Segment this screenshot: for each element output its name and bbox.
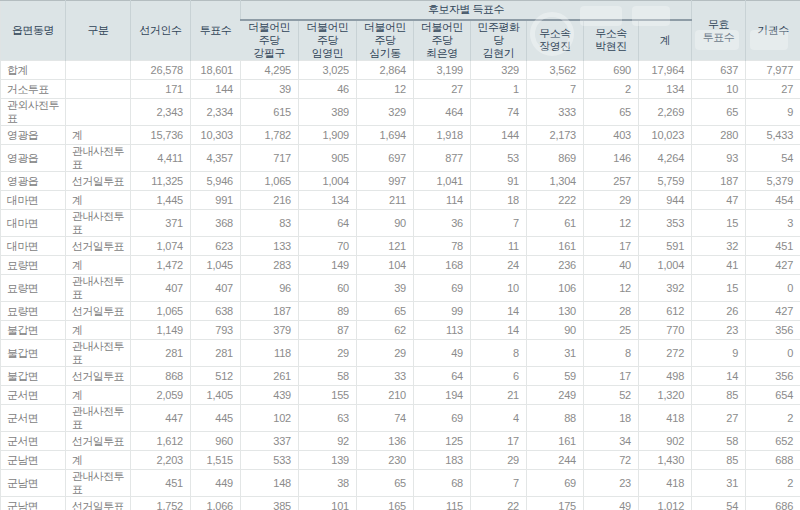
value-cell: 18,601 <box>191 61 241 80</box>
district-cell: 합계 <box>1 61 66 80</box>
category-cell: 관내사전투표 <box>66 470 131 497</box>
value-cell: 61 <box>527 210 584 237</box>
value-cell: 637 <box>692 61 746 80</box>
value-cell: 2 <box>584 80 639 99</box>
value-cell: 1,066 <box>191 497 241 510</box>
value-cell: 418 <box>639 405 692 432</box>
district-cell: 군남면 <box>1 497 66 510</box>
value-cell: 688 <box>746 451 800 470</box>
value-cell: 717 <box>241 145 299 172</box>
value-cell: 1,445 <box>131 191 191 210</box>
value-cell: 54 <box>746 145 800 172</box>
category-cell: 계 <box>66 191 131 210</box>
value-cell: 31 <box>692 470 746 497</box>
value-cell: 83 <box>241 210 299 237</box>
category-cell: 선거일투표 <box>66 237 131 256</box>
value-cell: 65 <box>357 302 414 321</box>
category-cell: 계 <box>66 321 131 340</box>
value-cell: 161 <box>527 237 584 256</box>
value-cell: 652 <box>746 432 800 451</box>
category-cell: 계 <box>66 126 131 145</box>
table-row: 대마면관내사전투표3713688364903676112353153 <box>1 210 800 237</box>
election-results-panel: 읍면동명 구분 선거인수 투표수 후보자별 득표수 무효 투표수 기권수 더불어… <box>0 0 800 510</box>
value-cell: 512 <box>191 367 241 386</box>
col-header-candidate-4: 더불어민 주당 최은영 <box>414 20 471 61</box>
value-cell: 222 <box>527 191 584 210</box>
value-cell: 329 <box>471 61 527 80</box>
value-cell: 183 <box>414 451 471 470</box>
value-cell: 90 <box>527 321 584 340</box>
value-cell: 2,269 <box>639 99 692 126</box>
table-row: 영광읍선거일투표11,3255,9461,0651,0049971,041911… <box>1 172 800 191</box>
value-cell: 106 <box>527 275 584 302</box>
value-cell: 74 <box>471 99 527 126</box>
value-cell: 23 <box>692 321 746 340</box>
value-cell: 133 <box>241 237 299 256</box>
value-cell: 2 <box>746 470 800 497</box>
value-cell: 249 <box>527 386 584 405</box>
value-cell: 464 <box>414 99 471 126</box>
value-cell: 4,357 <box>191 145 241 172</box>
value-cell: 34 <box>584 432 639 451</box>
value-cell: 1 <box>471 80 527 99</box>
value-cell: 26 <box>692 302 746 321</box>
value-cell: 427 <box>746 302 800 321</box>
value-cell: 69 <box>527 470 584 497</box>
district-cell: 불갑면 <box>1 340 66 367</box>
col-header-candidate-1: 더불어민 주당 강필구 <box>241 20 299 61</box>
value-cell: 144 <box>191 80 241 99</box>
value-cell: 991 <box>191 191 241 210</box>
value-cell: 869 <box>527 145 584 172</box>
category-cell: 선거일투표 <box>66 497 131 510</box>
value-cell: 12 <box>357 80 414 99</box>
value-cell: 17 <box>584 367 639 386</box>
value-cell: 1,694 <box>357 126 414 145</box>
value-cell: 281 <box>191 340 241 367</box>
district-cell: 영광읍 <box>1 172 66 191</box>
col-header-candidate-5: 민주평화 당 김현기 <box>471 20 527 61</box>
value-cell: 623 <box>191 237 241 256</box>
value-cell: 638 <box>191 302 241 321</box>
results-table: 읍면동명 구분 선거인수 투표수 후보자별 득표수 무효 투표수 기권수 더불어… <box>0 0 800 510</box>
district-cell: 군남면 <box>1 470 66 497</box>
col-header-candidate-6: 무소속 장영진 <box>527 20 584 61</box>
value-cell: 5,433 <box>746 126 800 145</box>
value-cell: 368 <box>191 210 241 237</box>
value-cell: 115 <box>414 497 471 510</box>
district-cell: 대마면 <box>1 237 66 256</box>
value-cell: 7,977 <box>746 61 800 80</box>
value-cell: 407 <box>131 275 191 302</box>
table-row: 거소투표171144394612271721341027 <box>1 80 800 99</box>
col-header-candidate-2: 더불어민 주당 임영민 <box>299 20 357 61</box>
value-cell: 690 <box>584 61 639 80</box>
category-cell: 선거일투표 <box>66 367 131 386</box>
value-cell: 47 <box>692 191 746 210</box>
value-cell: 26,578 <box>131 61 191 80</box>
value-cell: 17 <box>471 432 527 451</box>
col-header-candidate-votes-group: 후보자별 득표수 <box>241 1 692 20</box>
category-cell: 계 <box>66 451 131 470</box>
value-cell: 175 <box>527 497 584 510</box>
value-cell: 5,379 <box>746 172 800 191</box>
value-cell: 2,343 <box>131 99 191 126</box>
value-cell: 90 <box>357 210 414 237</box>
table-row: 영광읍관내사전투표4,4114,357717905697877538691464… <box>1 145 800 172</box>
value-cell: 74 <box>357 405 414 432</box>
value-cell: 23 <box>584 470 639 497</box>
value-cell: 53 <box>471 145 527 172</box>
value-cell: 72 <box>584 451 639 470</box>
table-row: 불갑면관내사전투표281281118292949831827290 <box>1 340 800 367</box>
value-cell: 125 <box>414 432 471 451</box>
value-cell: 69 <box>414 405 471 432</box>
district-cell: 군서면 <box>1 432 66 451</box>
value-cell: 1,065 <box>241 172 299 191</box>
value-cell: 118 <box>241 340 299 367</box>
value-cell: 10,023 <box>639 126 692 145</box>
value-cell: 356 <box>746 367 800 386</box>
table-row: 관외사전투표2,3432,33461538932946474333652,269… <box>1 99 800 126</box>
value-cell: 4,295 <box>241 61 299 80</box>
value-cell: 17,964 <box>639 61 692 80</box>
value-cell: 329 <box>357 99 414 126</box>
value-cell: 49 <box>584 497 639 510</box>
value-cell: 149 <box>299 256 357 275</box>
